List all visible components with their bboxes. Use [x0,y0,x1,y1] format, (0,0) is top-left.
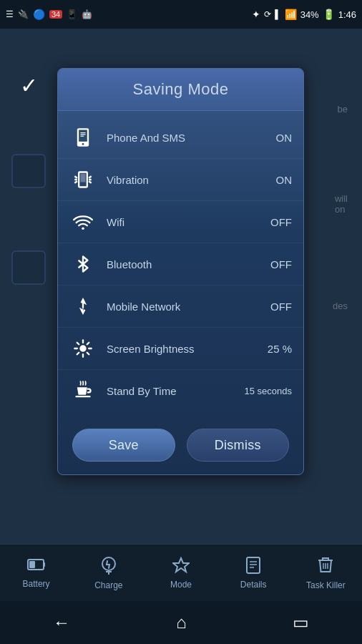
svg-line-26 [77,353,79,355]
dismiss-button[interactable]: Dismiss [187,429,290,462]
vibration-value: ON [242,174,292,186]
svg-rect-4 [81,134,86,135]
bluetooth-value: OFF [242,258,292,270]
svg-line-25 [87,343,89,345]
bg-text-2: willon [335,193,348,215]
svg-rect-1 [79,130,87,142]
setting-row-wifi: Wifi OFF [58,201,303,243]
mobile-network-label: Mobile Network [107,301,242,313]
app-icon: 🔵 [33,9,45,20]
svg-line-10 [74,181,77,182]
charge-tab-label: Charge [94,580,122,590]
task-killer-tab-icon [318,556,333,577]
mode-tab-icon [172,557,190,577]
setting-row-phone-sms: Phone And SMS ON [58,117,303,159]
bluetooth-label: Bluetooth [107,258,242,270]
svg-marker-34 [173,558,189,572]
svg-line-24 [87,353,89,355]
menu-icon: ☰ [6,9,14,19]
modal-buttons: Save Dismiss [58,417,303,474]
rotate-icon: ⟳ [264,9,271,19]
bg-text-1: be [338,104,348,114]
svg-line-23 [77,343,79,345]
bg-text-3: des [333,301,348,311]
details-tab-label: Details [240,580,267,590]
phone-sms-label: Phone And SMS [107,132,242,144]
time-display: 1:46 [338,9,356,20]
brightness-label: Screen Brightness [107,343,242,355]
charge-tab-icon [101,556,117,577]
bg-checkbox-unchecked-2 [11,250,46,285]
bg-checkbox-checked: ✓ [11,68,46,102]
setting-row-standby: Stand By Time 15 seconds [58,370,303,411]
signal-icon: 📶 [285,9,297,20]
brightness-icon [69,335,97,362]
vibration-label: Vibration [107,174,242,186]
tab-details[interactable]: Details [217,551,290,595]
setting-row-bluetooth: Bluetooth OFF [58,243,303,286]
battery-percent: 34% [300,9,319,20]
svg-rect-29 [44,562,45,567]
notification-count: 34 [49,10,62,19]
vibration-icon [69,166,97,193]
bg-checkbox-unchecked-1 [11,154,46,188]
setting-row-brightness: Screen Brightness 25 % [58,328,303,370]
svg-point-18 [79,345,86,351]
standby-value: 15 seconds [242,386,292,396]
svg-rect-3 [81,132,86,133]
battery-icon: 🔋 [323,9,335,20]
status-bar: ☰ 🔌 🔵 34 📱 🤖 ✦ ⟳ ▌ 📶 34% 🔋 1:46 [0,0,362,29]
mode-tab-label: Mode [170,580,192,590]
wifi-label: Wifi [107,216,242,228]
saving-mode-modal: Saving Mode Phone And SMS ON [57,68,304,475]
modal-header: Saving Mode [58,69,303,111]
home-button[interactable]: ⌂ [162,607,201,638]
tab-task-killer[interactable]: Task Killer [290,550,362,596]
sim-icon: ▌ [275,9,281,19]
setting-row-mobile-network: Mobile Network OFF [58,286,303,328]
svg-point-2 [82,143,84,145]
mobile-network-value: OFF [242,301,292,313]
phone-sms-icon [69,124,97,151]
svg-rect-30 [29,561,35,568]
screen-icon: 📱 [67,9,77,19]
recents-button[interactable]: ▭ [278,607,323,638]
svg-line-13 [89,181,92,182]
android-icon: 🤖 [82,9,92,19]
status-bar-right: ✦ ⟳ ▌ 📶 34% 🔋 1:46 [252,9,356,20]
svg-rect-5 [81,136,84,137]
tab-bar: Battery Charge Mode [0,544,362,601]
details-tab-icon [245,557,261,577]
svg-rect-7 [81,174,86,182]
bluetooth-status-icon: ✦ [252,9,260,20]
wifi-icon [69,208,97,235]
svg-line-11 [89,176,92,177]
wifi-value: OFF [242,216,292,228]
tab-charge[interactable]: Charge [72,550,145,596]
brightness-value: 25 % [242,343,292,355]
phone-sms-value: ON [242,132,292,144]
modal-title: Saving Mode [133,80,229,98]
setting-row-vibration: Vibration ON [58,159,303,201]
standby-icon [69,377,97,404]
tab-battery[interactable]: Battery [0,552,72,595]
svg-line-8 [74,176,77,177]
save-button[interactable]: Save [72,429,175,462]
battery-tab-label: Battery [23,579,50,589]
nav-bar: ← ⌂ ▭ [0,601,362,644]
svg-rect-35 [247,557,260,573]
task-killer-tab-label: Task Killer [306,580,346,590]
bluetooth-icon [69,250,97,278]
standby-label: Stand By Time [107,385,242,397]
svg-point-14 [82,228,84,230]
battery-tab-icon [27,557,46,576]
back-button[interactable]: ← [39,607,84,638]
mobile-network-icon [69,293,97,320]
tab-mode[interactable]: Mode [145,551,217,595]
status-bar-left: ☰ 🔌 🔵 34 📱 🤖 [6,9,92,20]
modal-body: Phone And SMS ON Vibration ON [58,111,303,417]
usb-icon: 🔌 [18,9,29,19]
